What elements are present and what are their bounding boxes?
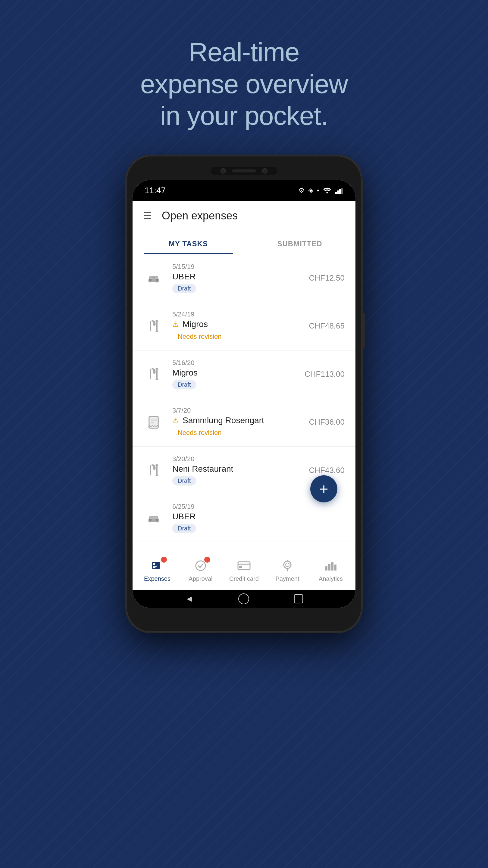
expense-badge-5: Draft <box>172 476 196 486</box>
expense-icon-car <box>143 268 164 288</box>
phone-side-button <box>361 313 365 349</box>
expense-details-5: 3/20/20 Neni Restaurant Draft <box>172 455 301 486</box>
app-title: Open expenses <box>162 210 238 222</box>
svg-rect-45 <box>331 562 333 570</box>
expense-badge-4: Needs revision <box>172 428 227 438</box>
nav-item-analytics[interactable]: Analytics <box>309 554 352 587</box>
phone-mockup: 11:47 ⚙ ◈ ▪ <box>127 156 361 632</box>
expense-badge-1: Draft <box>172 284 196 293</box>
expense-amount-5: CHF43.60 <box>309 466 345 475</box>
expense-name-5: Neni Restaurant <box>172 464 233 474</box>
expense-name-4: Sammlung Rosengart <box>183 415 264 425</box>
back-button[interactable]: ◄ <box>185 594 193 604</box>
android-nav-bar: ◄ <box>133 590 355 608</box>
phone-camera <box>221 168 226 174</box>
status-icons: ⚙ ◈ ▪ <box>298 187 344 194</box>
nav-item-creditcard[interactable]: Credit card <box>222 554 266 587</box>
expense-badge-2: Needs revision <box>172 332 227 342</box>
hero-line1: Real-time <box>140 36 348 68</box>
nav-label-creditcard: Credit card <box>229 575 259 582</box>
menu-icon[interactable]: ☰ <box>143 210 152 221</box>
expense-amount-3: CHF113.00 <box>304 370 345 379</box>
expense-date-4: 3/7/20 <box>172 407 301 414</box>
svg-rect-44 <box>328 564 330 570</box>
expense-date-6: 6/25/19 <box>172 503 336 510</box>
nav-item-expenses[interactable]: Expenses <box>135 554 179 587</box>
nav-item-payment[interactable]: Payment <box>266 554 309 587</box>
expense-icon-car-6 <box>143 507 164 528</box>
approval-icon <box>193 558 208 573</box>
phone-speaker <box>232 169 256 173</box>
svg-rect-38 <box>239 566 242 568</box>
battery-icon: ▪ <box>317 187 319 194</box>
expense-amount-1: CHF12.50 <box>309 273 345 283</box>
svg-point-40 <box>286 563 289 567</box>
expense-icon-restaurant-5 <box>143 460 164 480</box>
alert-icon: ◈ <box>308 187 313 194</box>
expense-date-3: 5/16/20 <box>172 359 296 367</box>
expense-amount-2: CHF48.65 <box>309 321 345 331</box>
expense-name-1: UBER <box>172 272 196 281</box>
expense-icon-restaurant <box>143 316 164 336</box>
svg-rect-2 <box>339 189 341 193</box>
phone-outer: 11:47 ⚙ ◈ ▪ <box>127 156 361 632</box>
phone-screen: 11:47 ⚙ ◈ ▪ <box>133 180 355 608</box>
svg-point-39 <box>284 561 291 568</box>
warning-icon-4: ⚠ <box>172 416 179 425</box>
expense-date-2: 5/24/19 <box>172 310 301 318</box>
svg-rect-0 <box>335 192 337 194</box>
svg-point-35 <box>196 561 205 570</box>
expense-name-6: UBER <box>172 512 196 521</box>
svg-rect-32 <box>153 563 155 565</box>
nav-item-approval[interactable]: Approval <box>179 554 222 587</box>
expense-item-4[interactable]: 3/7/20 ⚠ Sammlung Rosengart Needs revisi… <box>133 398 355 447</box>
nav-label-analytics: Analytics <box>319 575 343 582</box>
svg-rect-1 <box>337 190 339 194</box>
expenses-badge <box>160 556 167 563</box>
expense-badge-6: Draft <box>172 524 196 533</box>
svg-rect-43 <box>325 566 327 570</box>
expense-name-2: Migros <box>183 319 208 329</box>
expense-item-1[interactable]: 5/15/19 UBER Draft CHF12.50 <box>133 254 355 302</box>
signal-icon <box>335 187 344 194</box>
approval-badge <box>204 556 211 563</box>
settings-icon: ⚙ <box>298 187 304 194</box>
expense-item-2[interactable]: 5/24/19 ⚠ Migros Needs revision CHF48.65 <box>133 302 355 350</box>
phone-top-bar <box>211 167 277 175</box>
expense-details-2: 5/24/19 ⚠ Migros Needs revision <box>172 310 301 342</box>
expense-date-1: 5/15/19 <box>172 263 301 271</box>
nav-label-expenses: Expenses <box>144 575 170 582</box>
expense-icon-restaurant-3 <box>143 364 164 384</box>
nav-label-approval: Approval <box>189 575 213 582</box>
expense-icon-receipt <box>143 412 164 433</box>
svg-rect-46 <box>334 564 336 570</box>
expense-item-7-partial: 3/4/20 <box>133 542 355 551</box>
warning-icon-2: ⚠ <box>172 320 179 329</box>
app-header: ☰ Open expenses <box>133 201 355 231</box>
hero-line2: expense overview <box>140 68 348 100</box>
expense-details-3: 5/16/20 Migros Draft <box>172 359 296 390</box>
page-content: Real-time expense overview in your pocke… <box>0 0 488 868</box>
fab-plus-icon: + <box>319 481 328 496</box>
nav-label-payment: Payment <box>275 575 299 582</box>
phone-camera2 <box>262 168 267 174</box>
expense-icon-partial <box>143 548 164 551</box>
expense-item-3[interactable]: 5/16/20 Migros Draft CHF113.00 <box>133 350 355 398</box>
expense-details-4: 3/7/20 ⚠ Sammlung Rosengart Needs revisi… <box>172 407 301 438</box>
payment-icon <box>280 558 295 573</box>
tab-my-tasks[interactable]: MY TASKS <box>133 231 244 254</box>
bottom-nav: Expenses Approval <box>133 551 355 590</box>
svg-rect-3 <box>341 188 343 194</box>
status-bar: 11:47 ⚙ ◈ ▪ <box>133 180 355 201</box>
add-expense-button[interactable]: + <box>310 475 337 502</box>
svg-rect-28 <box>150 517 158 519</box>
creditcard-icon <box>237 558 251 573</box>
expenses-icon <box>150 558 164 573</box>
home-button[interactable] <box>238 593 249 604</box>
expense-date-5: 3/20/20 <box>172 455 301 463</box>
wifi-icon <box>323 187 331 194</box>
expense-list: 5/15/19 UBER Draft CHF12.50 <box>133 254 355 551</box>
expense-badge-3: Draft <box>172 380 196 390</box>
tab-submitted[interactable]: SUBMITTED <box>244 231 355 254</box>
recents-button[interactable] <box>294 594 303 603</box>
